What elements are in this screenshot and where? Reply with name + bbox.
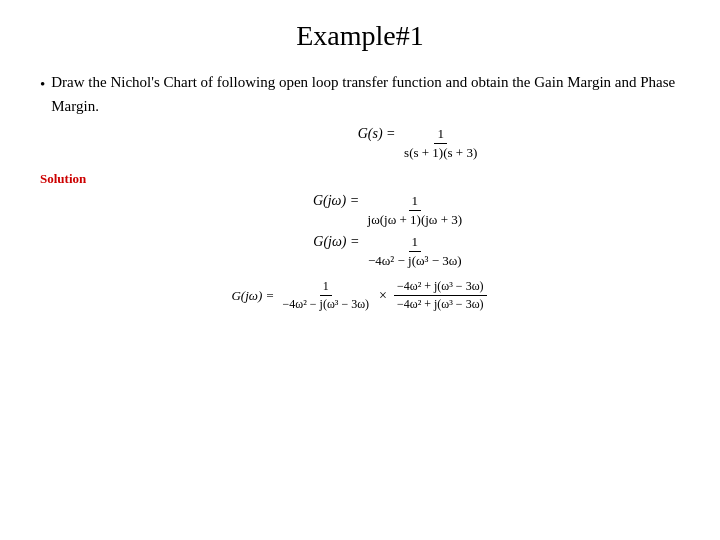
gjw3-left-fraction: 1 −4ω² − j(ω³ − 3ω)	[280, 279, 373, 312]
solution-label: Solution	[40, 171, 690, 187]
bullet-text: Draw the Nichol's Chart of following ope…	[51, 70, 690, 118]
gs-numerator: 1	[434, 126, 447, 144]
page: Example#1 • Draw the Nichol's Chart of f…	[0, 0, 720, 540]
formula-gjw3: G(jω) = 1 −4ω² − j(ω³ − 3ω) × −4ω² + j(ω…	[30, 279, 690, 312]
gjw1-numerator: 1	[409, 193, 422, 211]
gjw2-fraction: 1 −4ω² − j(ω³ − 3ω)	[365, 234, 465, 269]
gs-denominator: s(s + 1)(s + 3)	[401, 144, 480, 161]
gjw3-right-den: −4ω² + j(ω³ − 3ω)	[394, 296, 487, 312]
gjw1-label: G(jω) =	[313, 193, 363, 228]
page-title: Example#1	[30, 20, 690, 52]
gjw2-denominator: −4ω² − j(ω³ − 3ω)	[365, 252, 465, 269]
gjw3-right-fraction: −4ω² + j(ω³ − 3ω) −4ω² + j(ω³ − 3ω)	[394, 279, 487, 312]
gjw2-label: G(jω) =	[313, 234, 363, 269]
gjw1-denominator: jω(jω + 1)(jω + 3)	[365, 211, 466, 228]
formula-gjw1: G(jω) = 1 jω(jω + 1)(jω + 3)	[90, 193, 690, 228]
gjw2-numerator: 1	[409, 234, 422, 252]
gjw3-label: G(jω) =	[231, 288, 277, 304]
bullet-section: • Draw the Nichol's Chart of following o…	[40, 70, 690, 118]
gjw3-right-num: −4ω² + j(ω³ − 3ω)	[394, 279, 487, 296]
gjw1-fraction: 1 jω(jω + 1)(jω + 3)	[365, 193, 466, 228]
gs-label: G(s) =	[358, 126, 399, 161]
gs-fraction: 1 s(s + 1)(s + 3)	[401, 126, 480, 161]
formula-gjw2: G(jω) = 1 −4ω² − j(ω³ − 3ω)	[90, 234, 690, 269]
gjw3-left-num: 1	[320, 279, 332, 296]
bullet-marker: •	[40, 72, 45, 118]
mult-sign: ×	[379, 288, 387, 304]
gjw3-left-den: −4ω² − j(ω³ − 3ω)	[280, 296, 373, 312]
